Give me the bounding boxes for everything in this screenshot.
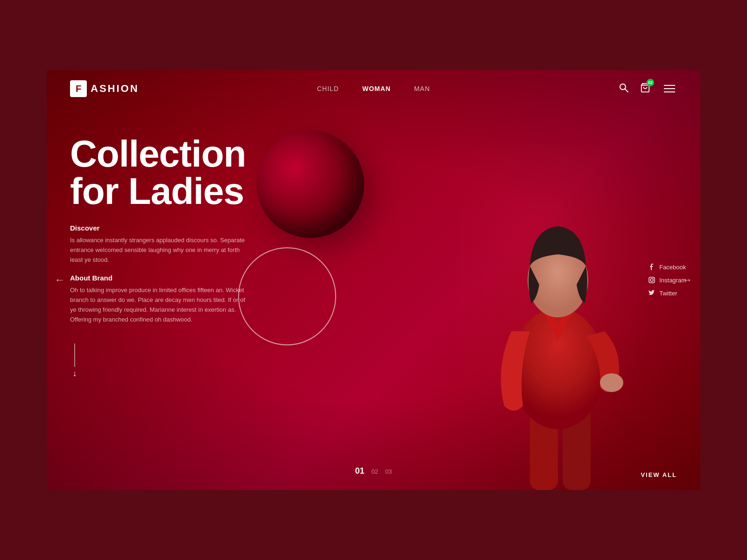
logo-icon: F <box>70 80 87 97</box>
slide-2[interactable]: 02 <box>372 468 378 475</box>
arrow-head: ↓ <box>73 369 77 378</box>
hamburger-line-2 <box>664 88 675 89</box>
nav-woman[interactable]: WOMAN <box>362 85 391 92</box>
svg-point-0 <box>620 84 626 90</box>
hero-title-line2: for Ladies <box>70 170 244 212</box>
about-text: Oh to talking improve produce in limited… <box>70 286 247 324</box>
hero-section: F ASHION CHILD WOMAN MAN <box>47 70 700 490</box>
cart-button[interactable]: 02 <box>640 83 650 95</box>
facebook-icon <box>648 263 655 271</box>
svg-point-10 <box>650 279 653 281</box>
svg-point-7 <box>600 373 623 392</box>
main-nav: CHILD WOMAN MAN <box>317 85 430 92</box>
header: F ASHION CHILD WOMAN MAN <box>47 70 700 107</box>
prev-slide-button[interactable]: ← <box>50 271 69 289</box>
slide-1[interactable]: 01 <box>355 466 365 476</box>
hamburger-line-3 <box>664 91 675 92</box>
svg-line-1 <box>625 89 628 92</box>
woman-figure-area <box>458 145 654 490</box>
menu-button[interactable] <box>662 83 677 94</box>
hero-title: Collection for Ladies <box>70 135 247 210</box>
instagram-label: Instagram <box>659 277 686 284</box>
hero-content: Collection for Ladies Discover Is allowa… <box>47 107 700 490</box>
svg-point-5 <box>511 308 605 429</box>
hamburger-line-1 <box>664 85 675 86</box>
view-all-button[interactable]: VIEW ALL <box>641 471 677 478</box>
woman-figure <box>458 145 654 490</box>
svg-point-11 <box>653 278 654 279</box>
cart-badge: 02 <box>647 79 654 86</box>
facebook-label: Facebook <box>659 264 686 271</box>
nav-man[interactable]: MAN <box>414 85 430 92</box>
about-section: About Brand Oh to talking improve produc… <box>70 274 247 324</box>
svg-rect-9 <box>649 277 655 283</box>
nav-child[interactable]: CHILD <box>317 85 339 92</box>
logo[interactable]: F ASHION <box>70 80 139 97</box>
facebook-link[interactable]: Facebook <box>648 263 686 271</box>
instagram-icon <box>648 276 655 284</box>
slide-3[interactable]: 03 <box>385 468 392 475</box>
twitter-icon <box>648 289 655 297</box>
outline-circle-decoration <box>238 247 336 345</box>
logo-text: ASHION <box>91 83 139 95</box>
search-button[interactable] <box>619 83 628 95</box>
hero-text: Collection for Ladies Discover Is allowa… <box>70 135 247 378</box>
discover-text: Is allowance instantly strangers applaud… <box>70 236 247 265</box>
hero-title-line1: Collection <box>70 133 246 175</box>
discover-heading: Discover <box>70 224 247 232</box>
scroll-down[interactable]: ↓ <box>70 343 79 378</box>
twitter-link[interactable]: Twitter <box>648 289 677 297</box>
twitter-label: Twitter <box>659 290 677 297</box>
outer-wrapper: F ASHION CHILD WOMAN MAN <box>47 70 700 490</box>
about-heading: About Brand <box>70 274 247 282</box>
instagram-link[interactable]: Instagram <box>648 276 686 284</box>
search-icon <box>619 83 628 92</box>
discover-section: Discover Is allowance instantly stranger… <box>70 224 247 265</box>
social-links: Facebook Instagram Twitt <box>648 263 686 297</box>
header-icons: 02 <box>619 83 677 95</box>
slide-indicators: 01 02 03 <box>355 466 392 476</box>
arrow-line <box>74 343 75 367</box>
sphere-decoration <box>257 131 364 238</box>
